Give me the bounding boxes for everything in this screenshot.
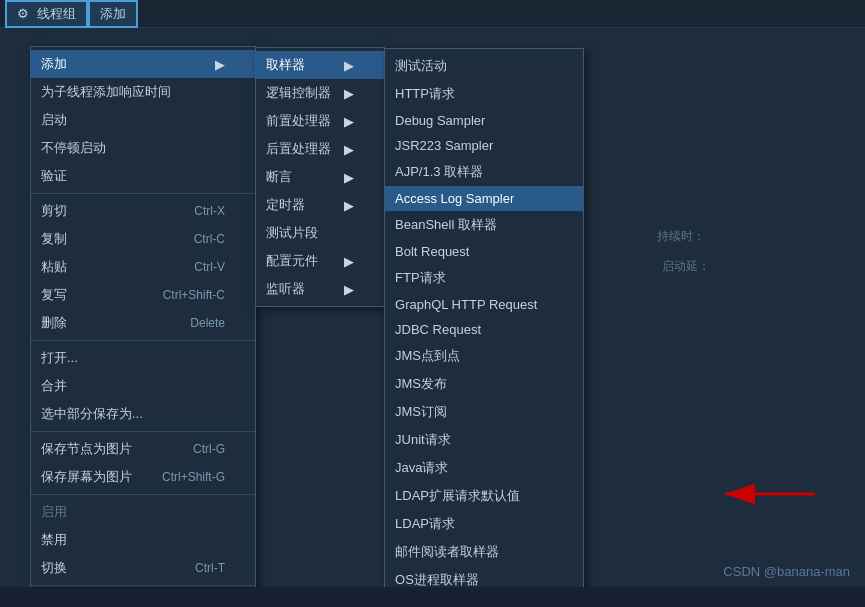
menu-item-start[interactable]: 启动 [31,106,255,134]
context-menu: 添加 ▶ 取样器 ▶ 测试活动 HTTP请求 [30,46,256,607]
menu-l1: 添加 ▶ 取样器 ▶ 测试活动 HTTP请求 [30,46,256,607]
menu-item-toggle[interactable]: 切换 Ctrl-T [31,554,255,582]
submenu-add-assert[interactable]: 断言 ▶ [256,163,384,191]
menu-item-copy[interactable]: 复制 Ctrl-C [31,225,255,253]
submenu-add-sampler[interactable]: 取样器 ▶ 测试活动 HTTP请求 Debug Sampler [256,51,384,79]
menu-item-duplicate[interactable]: 复写 Ctrl+Shift-C [31,281,255,309]
sampler-item-ldap[interactable]: LDAP请求 [385,510,583,538]
status-duration: 持续时： [657,228,705,245]
menu-item-save-screen-img[interactable]: 保存屏幕为图片 Ctrl+Shift-G [31,463,255,491]
sampler-item-ajp[interactable]: AJP/1.3 取样器 [385,158,583,186]
sampler-item-beanshell[interactable]: BeanShell 取样器 [385,211,583,239]
menu-item-validate[interactable]: 验证 [31,162,255,190]
menu-item-add[interactable]: 添加 ▶ 取样器 ▶ 测试活动 HTTP请求 [31,50,255,78]
toolbar-thread-label: 线程组 [37,6,76,21]
menu-item-disable[interactable]: 禁用 [31,526,255,554]
menu-item-paste[interactable]: 粘贴 Ctrl-V [31,253,255,281]
submenu-arrow-timer: ▶ [344,198,354,213]
menu-item-merge[interactable]: 合并 [31,372,255,400]
menu-item-cut[interactable]: 剪切 Ctrl-X [31,197,255,225]
sampler-submenu: 测试活动 HTTP请求 Debug Sampler JSR223 Sampler [384,48,584,607]
submenu-add: 取样器 ▶ 测试活动 HTTP请求 Debug Sampler [255,47,385,307]
separator-4 [31,494,255,495]
watermark: CSDN @banana-man [723,564,850,579]
sampler-item-jsr223[interactable]: JSR223 Sampler [385,133,583,158]
submenu-sampler-label: 取样器 [266,56,305,74]
sampler-item-graphql[interactable]: GraphQL HTTP Request [385,292,583,317]
menu-item-add-label: 添加 [41,55,67,73]
separator-1 [31,193,255,194]
gear-icon: ⚙ [17,6,29,21]
submenu-add-pre[interactable]: 前置处理器 ▶ [256,107,384,135]
sampler-item-jdbc[interactable]: JDBC Request [385,317,583,342]
submenu-add-listener[interactable]: 监听器 ▶ [256,275,384,303]
menu-arrow-add: ▶ [215,57,225,72]
sampler-item-jms-pub[interactable]: JMS发布 [385,370,583,398]
submenu-add-timer[interactable]: 定时器 ▶ [256,191,384,219]
main-content: 添加 ▶ 取样器 ▶ 测试活动 HTTP请求 [0,28,865,587]
submenu-arrow-sampler: ▶ [344,58,354,73]
submenu-add-testfrag[interactable]: 测试片段 [256,219,384,247]
toolbar-add-label: 添加 [100,6,126,21]
sampler-item-debug[interactable]: Debug Sampler [385,108,583,133]
sampler-item-mail[interactable]: 邮件阅读者取样器 [385,538,583,566]
sampler-item-jms-p2p[interactable]: JMS点到点 [385,342,583,370]
submenu-add-config[interactable]: 配置元件 ▶ [256,247,384,275]
sampler-item-ceshihuodong[interactable]: 测试活动 [385,52,583,80]
toolbar-add[interactable]: 添加 [88,0,138,28]
menu-item-enable[interactable]: 启用 [31,498,255,526]
menu-item-save-selection[interactable]: 选中部分保存为... [31,400,255,428]
sampler-item-junit[interactable]: JUnit请求 [385,426,583,454]
submenu-arrow-config: ▶ [344,254,354,269]
submenu-arrow-listener: ▶ [344,282,354,297]
separator-2 [31,340,255,341]
annotation-arrow [705,469,825,522]
separator-5 [31,585,255,586]
toolbar-thread-group[interactable]: ⚙ 线程组 [5,0,88,28]
separator-3 [31,431,255,432]
submenu-arrow-assert: ▶ [344,170,354,185]
sampler-item-bolt[interactable]: Bolt Request [385,239,583,264]
status-start-delay: 启动延： [662,258,710,275]
statusbar [0,587,865,607]
sampler-item-java[interactable]: Java请求 [385,454,583,482]
sampler-item-http[interactable]: HTTP请求 [385,80,583,108]
sampler-item-jms-sub[interactable]: JMS订阅 [385,398,583,426]
submenu-arrow-pre: ▶ [344,114,354,129]
submenu-arrow-logic: ▶ [344,86,354,101]
submenu-add-post[interactable]: 后置处理器 ▶ [256,135,384,163]
submenu-add-logic[interactable]: 逻辑控制器 ▶ [256,79,384,107]
sampler-item-ftp[interactable]: FTP请求 [385,264,583,292]
submenu-arrow-post: ▶ [344,142,354,157]
menu-item-start-no-pause[interactable]: 不停顿启动 [31,134,255,162]
menu-item-save-node-img[interactable]: 保存节点为图片 Ctrl-G [31,435,255,463]
toolbar: ⚙ 线程组 添加 [0,0,865,28]
sampler-item-accesslog-label: Access Log Sampler [395,191,514,206]
menu-item-response-time[interactable]: 为子线程添加响应时间 [31,78,255,106]
menu-item-delete[interactable]: 删除 Delete [31,309,255,337]
sampler-item-ldap-ext[interactable]: LDAP扩展请求默认值 [385,482,583,510]
menu-item-open[interactable]: 打开... [31,344,255,372]
sampler-item-accesslog[interactable]: Access Log Sampler [385,186,583,211]
